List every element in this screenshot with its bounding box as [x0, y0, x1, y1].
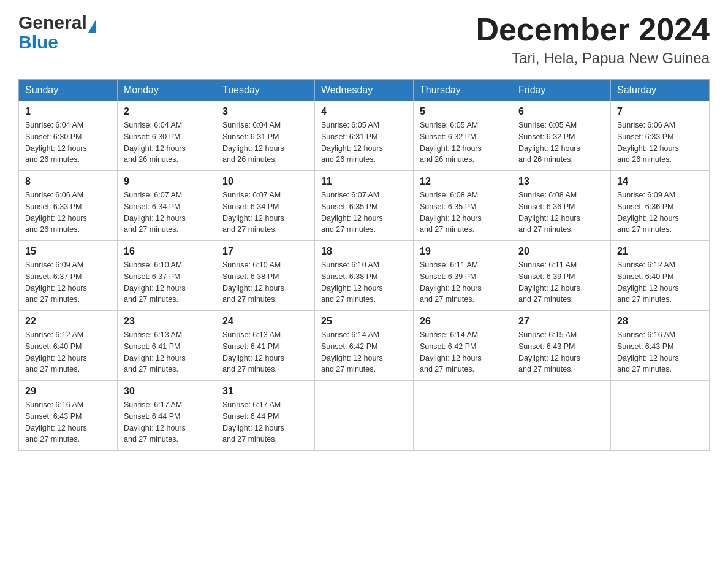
day-info: Sunrise: 6:12 AMSunset: 6:40 PMDaylight:… [25, 329, 111, 375]
day-info: Sunrise: 6:08 AMSunset: 6:35 PMDaylight:… [420, 190, 506, 236]
day-info: Sunrise: 6:13 AMSunset: 6:41 PMDaylight:… [124, 329, 210, 375]
day-number: 6 [518, 106, 604, 117]
day-number: 23 [124, 316, 210, 327]
day-number: 31 [222, 386, 308, 397]
day-info: Sunrise: 6:10 AMSunset: 6:37 PMDaylight:… [124, 259, 210, 305]
calendar-cell: 14Sunrise: 6:09 AMSunset: 6:36 PMDayligh… [611, 171, 710, 241]
day-number: 2 [124, 106, 210, 117]
calendar-cell: 26Sunrise: 6:14 AMSunset: 6:42 PMDayligh… [414, 311, 512, 381]
calendar-cell: 5Sunrise: 6:05 AMSunset: 6:32 PMDaylight… [414, 101, 512, 171]
logo-triangle-icon [88, 20, 96, 33]
day-number: 24 [222, 316, 308, 327]
calendar-cell: 2Sunrise: 6:04 AMSunset: 6:30 PMDaylight… [118, 101, 216, 171]
day-info: Sunrise: 6:04 AMSunset: 6:30 PMDaylight:… [124, 120, 210, 166]
day-number: 3 [222, 106, 308, 117]
day-info: Sunrise: 6:05 AMSunset: 6:32 PMDaylight:… [420, 120, 506, 166]
day-number: 4 [321, 106, 407, 117]
day-number: 8 [25, 176, 111, 187]
day-number: 27 [518, 316, 604, 327]
day-number: 22 [25, 316, 111, 327]
calendar-cell: 7Sunrise: 6:06 AMSunset: 6:33 PMDaylight… [611, 101, 710, 171]
calendar-cell: 10Sunrise: 6:07 AMSunset: 6:34 PMDayligh… [216, 171, 315, 241]
week-row-2: 8Sunrise: 6:06 AMSunset: 6:33 PMDaylight… [19, 171, 710, 241]
day-info: Sunrise: 6:07 AMSunset: 6:35 PMDaylight:… [321, 190, 407, 236]
calendar-cell: 16Sunrise: 6:10 AMSunset: 6:37 PMDayligh… [118, 241, 216, 311]
day-number: 12 [420, 176, 506, 187]
day-info: Sunrise: 6:16 AMSunset: 6:43 PMDaylight:… [25, 399, 111, 445]
calendar-header-row: SundayMondayTuesdayWednesdayThursdayFrid… [19, 80, 710, 101]
day-info: Sunrise: 6:11 AMSunset: 6:39 PMDaylight:… [518, 259, 604, 305]
page-header: General Blue December 2024 Tari, Hela, P… [18, 12, 710, 67]
day-info: Sunrise: 6:15 AMSunset: 6:43 PMDaylight:… [518, 329, 604, 375]
calendar-cell [414, 381, 512, 451]
day-number: 1 [25, 106, 111, 117]
day-info: Sunrise: 6:07 AMSunset: 6:34 PMDaylight:… [222, 190, 308, 236]
calendar-cell [611, 381, 710, 451]
location-subtitle: Tari, Hela, Papua New Guinea [476, 50, 710, 67]
calendar-cell: 11Sunrise: 6:07 AMSunset: 6:35 PMDayligh… [315, 171, 414, 241]
column-header-sunday: Sunday [19, 80, 118, 101]
calendar-cell: 30Sunrise: 6:17 AMSunset: 6:44 PMDayligh… [118, 381, 216, 451]
day-number: 20 [518, 246, 604, 257]
calendar-cell: 6Sunrise: 6:05 AMSunset: 6:32 PMDaylight… [512, 101, 611, 171]
calendar-cell: 31Sunrise: 6:17 AMSunset: 6:44 PMDayligh… [216, 381, 315, 451]
day-info: Sunrise: 6:06 AMSunset: 6:33 PMDaylight:… [25, 190, 111, 236]
calendar-cell: 9Sunrise: 6:07 AMSunset: 6:34 PMDaylight… [118, 171, 216, 241]
day-info: Sunrise: 6:11 AMSunset: 6:39 PMDaylight:… [420, 259, 506, 305]
calendar-cell: 8Sunrise: 6:06 AMSunset: 6:33 PMDaylight… [19, 171, 118, 241]
logo-general: General [18, 12, 87, 33]
day-number: 7 [617, 106, 703, 117]
calendar-cell: 22Sunrise: 6:12 AMSunset: 6:40 PMDayligh… [19, 311, 118, 381]
day-info: Sunrise: 6:14 AMSunset: 6:42 PMDaylight:… [321, 329, 407, 375]
logo-blue-text: Blue [18, 33, 58, 52]
calendar-cell [512, 381, 611, 451]
calendar-cell [315, 381, 414, 451]
column-header-monday: Monday [118, 80, 216, 101]
calendar-cell: 15Sunrise: 6:09 AMSunset: 6:37 PMDayligh… [19, 241, 118, 311]
day-info: Sunrise: 6:07 AMSunset: 6:34 PMDaylight:… [124, 190, 210, 236]
day-info: Sunrise: 6:09 AMSunset: 6:37 PMDaylight:… [25, 259, 111, 305]
column-header-wednesday: Wednesday [315, 80, 414, 101]
day-number: 28 [617, 316, 703, 327]
day-info: Sunrise: 6:08 AMSunset: 6:36 PMDaylight:… [518, 190, 604, 236]
column-header-saturday: Saturday [611, 80, 710, 101]
day-info: Sunrise: 6:05 AMSunset: 6:31 PMDaylight:… [321, 120, 407, 166]
week-row-4: 22Sunrise: 6:12 AMSunset: 6:40 PMDayligh… [19, 311, 710, 381]
calendar-cell: 4Sunrise: 6:05 AMSunset: 6:31 PMDaylight… [315, 101, 414, 171]
month-year-title: December 2024 [476, 12, 710, 47]
week-row-3: 15Sunrise: 6:09 AMSunset: 6:37 PMDayligh… [19, 241, 710, 311]
calendar-cell: 18Sunrise: 6:10 AMSunset: 6:38 PMDayligh… [315, 241, 414, 311]
day-number: 25 [321, 316, 407, 327]
day-number: 5 [420, 106, 506, 117]
day-info: Sunrise: 6:06 AMSunset: 6:33 PMDaylight:… [617, 120, 703, 166]
day-number: 15 [25, 246, 111, 257]
day-number: 10 [222, 176, 308, 187]
logo: General Blue [18, 12, 96, 52]
column-header-friday: Friday [512, 80, 611, 101]
calendar-cell: 13Sunrise: 6:08 AMSunset: 6:36 PMDayligh… [512, 171, 611, 241]
calendar-cell: 25Sunrise: 6:14 AMSunset: 6:42 PMDayligh… [315, 311, 414, 381]
calendar-table: SundayMondayTuesdayWednesdayThursdayFrid… [18, 79, 710, 451]
column-header-tuesday: Tuesday [216, 80, 315, 101]
day-info: Sunrise: 6:04 AMSunset: 6:31 PMDaylight:… [222, 120, 308, 166]
day-number: 19 [420, 246, 506, 257]
day-info: Sunrise: 6:10 AMSunset: 6:38 PMDaylight:… [222, 259, 308, 305]
day-number: 26 [420, 316, 506, 327]
day-info: Sunrise: 6:16 AMSunset: 6:43 PMDaylight:… [617, 329, 703, 375]
day-number: 17 [222, 246, 308, 257]
calendar-cell: 19Sunrise: 6:11 AMSunset: 6:39 PMDayligh… [414, 241, 512, 311]
calendar-cell: 1Sunrise: 6:04 AMSunset: 6:30 PMDaylight… [19, 101, 118, 171]
day-info: Sunrise: 6:09 AMSunset: 6:36 PMDaylight:… [617, 190, 703, 236]
title-block: December 2024 Tari, Hela, Papua New Guin… [476, 12, 710, 67]
day-info: Sunrise: 6:17 AMSunset: 6:44 PMDaylight:… [222, 399, 308, 445]
calendar-cell: 27Sunrise: 6:15 AMSunset: 6:43 PMDayligh… [512, 311, 611, 381]
day-number: 16 [124, 246, 210, 257]
day-number: 30 [124, 386, 210, 397]
day-info: Sunrise: 6:13 AMSunset: 6:41 PMDaylight:… [222, 329, 308, 375]
calendar-cell: 21Sunrise: 6:12 AMSunset: 6:40 PMDayligh… [611, 241, 710, 311]
day-info: Sunrise: 6:14 AMSunset: 6:42 PMDaylight:… [420, 329, 506, 375]
day-info: Sunrise: 6:12 AMSunset: 6:40 PMDaylight:… [617, 259, 703, 305]
day-info: Sunrise: 6:04 AMSunset: 6:30 PMDaylight:… [25, 120, 111, 166]
day-number: 18 [321, 246, 407, 257]
column-header-thursday: Thursday [414, 80, 512, 101]
